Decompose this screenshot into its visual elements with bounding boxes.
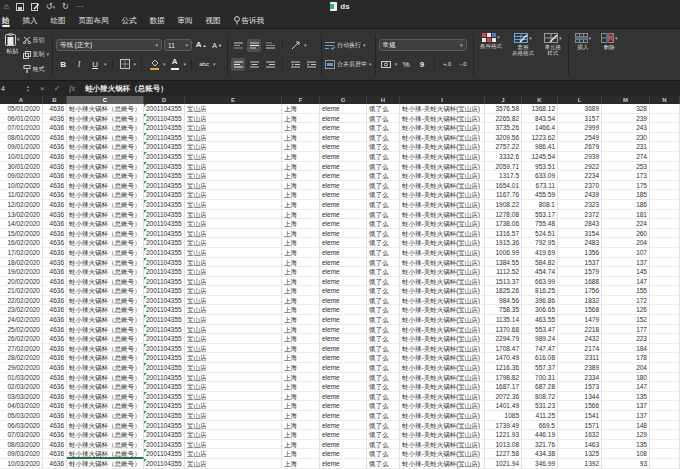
cell[interactable]: 饿了么 [367,171,400,181]
cell[interactable]: eleme [320,238,367,248]
cell[interactable] [650,210,680,220]
cell[interactable]: 524.51 [522,229,558,239]
cell[interactable]: 饿了么 [367,440,400,450]
cell[interactable]: 上海 [282,219,320,229]
cell[interactable]: eleme [320,344,367,354]
cell[interactable]: 2001104355 [144,200,185,210]
cell[interactable]: 蛙小辣火锅杯（总账号） [67,190,144,200]
cell[interactable] [650,440,680,450]
cell[interactable]: 饿了么 [367,382,400,392]
cell[interactable] [650,315,680,325]
cell[interactable]: 2001104355 [144,334,185,344]
cell[interactable]: 2001104355 [144,123,185,133]
cell[interactable]: eleme [320,334,367,344]
cell[interactable]: 蛙小辣-美蛙火锅杯(宝山店) [400,382,485,392]
insert-function-icon[interactable]: fx [69,84,75,93]
cell[interactable]: 饿了么 [367,162,400,172]
font-size-select[interactable]: 11▾ [164,39,192,51]
cell[interactable]: 2001104355 [144,421,185,431]
cell[interactable]: 蛙小辣-美蛙火锅杯(宝山店) [400,267,485,277]
cell[interactable]: 2001104355 [144,104,185,114]
cell[interactable]: 2001104355 [144,181,185,191]
cell[interactable]: 2218 [558,325,602,335]
formula-input[interactable]: 蛙小辣火锅杯（总账号） [85,84,168,94]
cell[interactable]: 126 [602,305,650,315]
cell[interactable]: 4636 [43,258,67,268]
cell[interactable]: 11/02/2020 [0,190,43,200]
cell[interactable]: 上海 [282,296,320,306]
cell[interactable]: 蛙小辣-美蛙火锅杯(宝山店) [400,334,485,344]
cell[interactable]: 2843 [558,219,602,229]
cell[interactable]: 宝山店 [185,258,282,268]
cell[interactable]: 23/02/2020 [0,305,43,315]
cell[interactable]: eleme [320,133,367,143]
cell[interactable]: 宝山店 [185,162,282,172]
cell[interactable]: 蛙小辣-美蛙火锅杯(宝山店) [400,104,485,114]
cell[interactable]: 584.82 [522,258,558,268]
cell[interactable]: 宝山店 [185,382,282,392]
cell[interactable]: 蛙小辣-美蛙火锅杯(宝山店) [400,392,485,402]
cell[interactable]: 1688 [558,277,602,287]
cell[interactable]: 4636 [43,401,67,411]
cell[interactable]: 2001104355 [144,258,185,268]
cell[interactable]: 宝山店 [185,430,282,440]
cell[interactable] [650,190,680,200]
accounting-format-button[interactable] [379,58,393,71]
cell[interactable]: 1135.14 [485,315,522,325]
cell[interactable]: eleme [320,181,367,191]
cell[interactable]: 93 [602,459,650,469]
cell[interactable]: 984.56 [485,296,522,306]
cell[interactable]: 147 [602,382,650,392]
column-header-M[interactable]: M [602,96,650,104]
cell[interactable]: eleme [320,104,367,114]
cell[interactable] [650,181,680,191]
cell[interactable]: 蛙小辣火锅杯（总账号） [67,258,144,268]
cell[interactable]: 2001104355 [144,114,185,124]
cell[interactable]: 饿了么 [367,296,400,306]
cell[interactable] [650,382,680,392]
cell[interactable]: 蛙小辣-美蛙火锅杯(宝山店) [400,219,485,229]
cell[interactable]: 4636 [43,382,67,392]
cell[interactable]: 306.65 [522,305,558,315]
cell[interactable]: 蛙小辣-美蛙火锅杯(宝山店) [400,248,485,258]
cell[interactable]: 上海 [282,334,320,344]
cell[interactable]: 173 [602,171,650,181]
cell[interactable]: 宝山店 [185,133,282,143]
cell[interactable]: 宝山店 [185,373,282,383]
cell[interactable]: eleme [320,296,367,306]
cell[interactable]: 蛙小辣-美蛙火锅杯(宝山店) [400,123,485,133]
cell[interactable]: 223 [602,334,650,344]
cell[interactable]: 06/01/2020 [0,114,43,124]
cell[interactable]: 1654.01 [485,181,522,191]
cell[interactable]: 宝山店 [185,344,282,354]
cell[interactable]: 蛙小辣-美蛙火锅杯(宝山店) [400,401,485,411]
tab-view[interactable]: 视图 [206,13,221,28]
cell[interactable]: 26/02/2020 [0,334,43,344]
cell[interactable]: 186 [602,200,650,210]
cell[interactable]: 396.86 [522,296,558,306]
cell[interactable]: 饿了么 [367,104,400,114]
cell[interactable]: 饿了么 [367,210,400,220]
cell[interactable]: 2549 [558,133,602,143]
cell[interactable]: 蛙小辣-美蛙火锅杯(宝山店) [400,325,485,335]
cell[interactable]: 663.99 [522,277,558,287]
cell[interactable]: 10/01/2020 [0,152,43,162]
cell[interactable]: 1573 [558,382,602,392]
cell[interactable]: 上海 [282,449,320,459]
cell[interactable]: 2001104355 [144,142,185,152]
cell[interactable]: 上海 [282,162,320,172]
cell[interactable]: 上海 [282,325,320,335]
cell[interactable]: 蛙小辣火锅杯（总账号） [67,267,144,277]
cell[interactable]: 宝山店 [185,210,282,220]
cell[interactable]: eleme [320,430,367,440]
cell[interactable]: 4636 [43,114,67,124]
cell[interactable]: 2001104355 [144,353,185,363]
cell[interactable]: 上海 [282,373,320,383]
cell[interactable]: 1356 [558,248,602,258]
cell[interactable]: 155 [602,286,650,296]
column-header-L[interactable]: L [558,96,602,104]
cell[interactable] [650,325,680,335]
decrease-font-button[interactable]: A▼ [210,39,224,52]
cell[interactable]: 13/02/2020 [0,210,43,220]
cell[interactable]: 2001104355 [144,411,185,421]
